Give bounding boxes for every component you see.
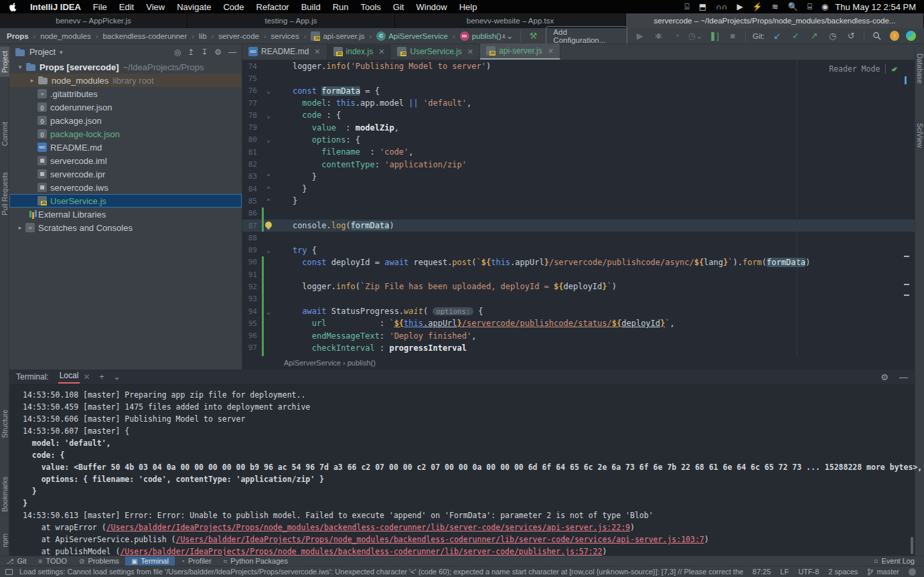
breadcrumb-item[interactable]: JSapi-server.js — [311, 31, 364, 41]
code-line-95[interactable]: 95 url : `${this.appUrl}/servercode/publ… — [242, 317, 915, 329]
siri-icon[interactable]: ◉ — [822, 2, 828, 11]
editor-tab-readme-md[interactable]: MDREADME.md✕ — [242, 44, 327, 60]
breadcrumb-item[interactable]: backendless-coderunner — [102, 32, 187, 40]
toolwindow-button-todo[interactable]: ≡TODO — [33, 556, 73, 566]
tool-strip-structure[interactable]: Structure — [0, 406, 9, 442]
code-line-88[interactable]: 88 — [242, 232, 915, 244]
history-clock-icon[interactable]: ◷ — [827, 30, 839, 42]
tree-chevron-icon[interactable]: ▾ — [15, 64, 25, 70]
play-circle-icon[interactable]: ▶ — [737, 2, 743, 11]
code-line-98[interactable]: 98 }) — [242, 354, 915, 356]
code-line-81[interactable]: 81 filename : 'code', — [242, 146, 915, 158]
attach-process-icon[interactable]: ❚] — [708, 30, 720, 42]
menu-item-run[interactable]: Run — [327, 2, 355, 12]
close-icon[interactable]: ✕ — [548, 47, 554, 56]
battery-icon[interactable]: ⚡ — [753, 2, 763, 11]
window-tab[interactable]: benevv – AppPicker.js — [0, 13, 187, 28]
build-hammer-icon[interactable]: ⚒ — [528, 30, 540, 42]
window-tab[interactable]: testing – App.js — [187, 13, 395, 28]
settings-icon[interactable]: ⚙ — [214, 48, 222, 57]
tree-item-.gitattributes[interactable]: ≡.gitattributes — [9, 87, 242, 100]
fold-marker-icon[interactable]: ⌄ — [264, 112, 273, 119]
intention-bulb-icon[interactable] — [265, 222, 272, 228]
toggle-toolwindows-icon[interactable] — [5, 569, 13, 575]
close-icon[interactable]: ✕ — [378, 48, 384, 56]
close-icon[interactable]: ✕ — [83, 372, 90, 382]
locate-icon[interactable]: ◎ — [174, 48, 181, 57]
tree-item-servercode.iml[interactable]: ▤servercode.iml — [9, 154, 242, 167]
code-line-85[interactable]: 85⌃ } — [242, 195, 915, 207]
menu-item-help[interactable]: Help — [453, 2, 483, 12]
code-line-75[interactable]: 75 — [242, 72, 915, 84]
stacktrace-link[interactable]: /Users/baldder/IdeaProjects/Props/node_m… — [106, 523, 630, 532]
status-message[interactable]: Load settings: Cannot load settings from… — [19, 568, 745, 576]
hide-panel-icon[interactable]: — — [899, 372, 908, 382]
screen-mirroring-icon[interactable]: ⌻ — [685, 2, 690, 11]
terminal-output[interactable]: 14:53:50.108 [master] Preparing app zip … — [9, 385, 915, 558]
breadcrumb-item[interactable]: CApiServerService — [376, 31, 448, 41]
reader-mode-label[interactable]: Reader Mode — [829, 64, 880, 74]
collapse-all-icon[interactable]: ↧ — [201, 48, 208, 57]
code-line-84[interactable]: 84⌃ } — [242, 183, 915, 195]
apple-icon[interactable] — [9, 2, 17, 11]
toolwindow-button-terminal[interactable]: ▣Terminal — [125, 556, 175, 566]
breadcrumb-item[interactable]: services — [271, 32, 299, 40]
code-line-96[interactable]: 96 endMessageText: 'Deploy finished', — [242, 330, 915, 342]
tree-item-scratches-and-consoles[interactable]: ▸≡Scratches and Consoles — [9, 221, 242, 234]
stacktrace-link[interactable]: /Users/baldder/IdeaProjects/Props/node_m… — [120, 547, 602, 556]
intention-bulb-icon[interactable] — [264, 222, 273, 230]
terminal-tab-local[interactable]: Local — [58, 371, 80, 384]
tree-item-external-libraries[interactable]: External Libraries — [9, 208, 242, 221]
stacktrace-link[interactable]: /Users/baldder/IdeaProjects/Props/node_m… — [175, 535, 704, 544]
wifi-icon[interactable]: ≋ — [772, 2, 779, 11]
code-line-76[interactable]: 76⌄ const formData = { — [242, 85, 915, 97]
code-line-86[interactable]: 86 — [242, 208, 915, 220]
add-configuration-button[interactable]: Add Configuration... — [546, 26, 627, 46]
tool-strip-project[interactable]: Project — [0, 47, 9, 77]
tool-strip-bookmarks[interactable]: Bookmarks — [0, 473, 9, 516]
code-line-80[interactable]: 80⌄ options: { — [242, 134, 915, 146]
expand-all-icon[interactable]: ↥ — [187, 48, 194, 57]
terminal-scrollbar[interactable] — [911, 537, 913, 554]
toolwindow-button-python-packages[interactable]: ≈Python Packages — [218, 556, 294, 566]
search-everywhere-icon[interactable] — [871, 30, 883, 42]
tool-strip-database[interactable]: Database — [915, 50, 924, 88]
control-center-icon[interactable]: ⌸ — [807, 2, 812, 11]
code-line-78[interactable]: 78⌄ code : { — [242, 109, 915, 121]
code-line-91[interactable]: 91 — [242, 268, 915, 280]
code-line-74[interactable]: 74 logger.info('Publishing Model to serv… — [242, 60, 915, 72]
git-branch-widget[interactable]: master — [867, 568, 899, 576]
chevron-down-icon[interactable]: ⌄ — [113, 372, 120, 382]
fold-marker-icon[interactable]: ⌄ — [264, 136, 273, 143]
breadcrumb-item[interactable]: lib — [199, 32, 207, 40]
tree-item-package.json[interactable]: {}package.json — [9, 114, 242, 127]
run-with-coverage-icon[interactable]: ◔ — [671, 30, 683, 42]
editor-tab-index-js[interactable]: JSindex.js✕ — [327, 44, 392, 60]
menu-item-code[interactable]: Code — [217, 2, 250, 12]
code-line-83[interactable]: 83⌃ } — [242, 171, 915, 183]
toolwindow-button-git[interactable]: ⎇Git — [0, 556, 33, 566]
fold-marker-icon[interactable]: ⌃ — [264, 197, 273, 205]
menu-item-window[interactable]: Window — [410, 2, 453, 12]
plugin-notification-icon[interactable] — [906, 31, 916, 41]
menu-item-refactor[interactable]: Refactor — [250, 2, 295, 12]
tool-strip-pull-requests[interactable]: Pull Requests — [0, 168, 9, 220]
line-ending[interactable]: LF — [780, 568, 789, 576]
tree-item-readme.md[interactable]: MDREADME.md — [9, 141, 242, 154]
tool-strip-sciview[interactable]: SciView — [915, 119, 924, 152]
tree-item-node-modules[interactable]: ▸node_moduleslibrary root — [9, 74, 242, 87]
tool-strip-npm[interactable]: npm — [0, 529, 9, 551]
profiler-run-icon[interactable]: ◷⌄ — [690, 30, 702, 42]
tree-item-props-servercode-[interactable]: ▾Props [servercode]~/IdeaProjects/Props — [9, 60, 242, 74]
menu-item-git[interactable]: Git — [387, 2, 410, 12]
airpods-icon[interactable]: ∩∩ — [716, 2, 727, 11]
close-icon[interactable]: ✕ — [314, 48, 320, 56]
tool-strip-commit[interactable]: Commit — [0, 118, 9, 150]
code-line-93[interactable]: 93 — [242, 293, 915, 305]
menu-item-build[interactable]: Build — [295, 2, 327, 12]
update-available-icon[interactable]: ↑ — [890, 31, 900, 41]
new-terminal-icon[interactable]: + — [99, 372, 104, 382]
editor-breadcrumb[interactable]: ApiServerService › publish() — [284, 359, 376, 367]
notifications-icon[interactable] — [909, 568, 916, 576]
tree-item-userservice.js[interactable]: JSUserService.js — [9, 194, 242, 208]
